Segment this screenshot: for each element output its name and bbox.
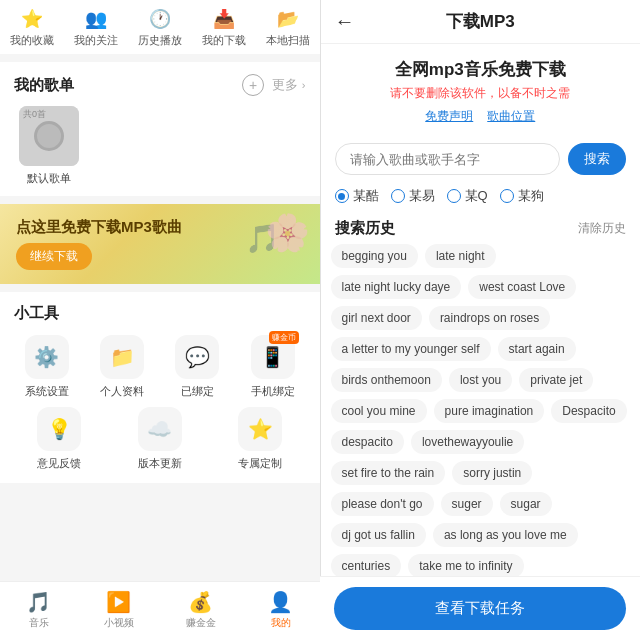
tag-item[interactable]: sugar xyxy=(500,492,552,516)
tag-item[interactable]: raindrops on roses xyxy=(429,306,550,330)
tool-label-bound: 已绑定 xyxy=(181,384,214,399)
radio-mouq[interactable]: 某Q xyxy=(447,187,488,205)
bottom-nav: 🎵 音乐 ▶️ 小视频 💰 赚金金 👤 我的 xyxy=(0,581,320,640)
tool-label-custom: 专属定制 xyxy=(238,456,282,471)
tag-item[interactable]: take me to infinity xyxy=(408,554,523,578)
radio-dot-mougou xyxy=(500,189,514,203)
radio-dot-mouku xyxy=(335,189,349,203)
history-icon: 🕐 xyxy=(149,8,171,30)
bottom-action: 查看下载任务 xyxy=(320,576,640,640)
tag-item[interactable]: set fire to the rain xyxy=(331,461,446,485)
tag-item[interactable]: centuries xyxy=(331,554,402,578)
tag-item[interactable]: west coast Love xyxy=(468,275,576,299)
bottom-nav-video[interactable]: ▶️ 小视频 xyxy=(104,590,134,630)
playlist-cover: 共0首 xyxy=(19,106,79,166)
nav-item-scan[interactable]: 📂 本地扫描 xyxy=(266,8,310,48)
nav-label-download: 我的下载 xyxy=(202,33,246,48)
tool-label-settings: 系统设置 xyxy=(25,384,69,399)
tag-item[interactable]: as long as you love me xyxy=(433,523,578,547)
tag-item[interactable]: cool you mine xyxy=(331,399,427,423)
nav-label-follow: 我的关注 xyxy=(74,33,118,48)
playlist-item-default[interactable]: 共0首 默认歌单 xyxy=(14,106,84,186)
add-playlist-button[interactable]: + xyxy=(242,74,264,96)
search-button[interactable]: 搜索 xyxy=(568,143,626,175)
song-location-link[interactable]: 歌曲位置 xyxy=(487,108,535,125)
clear-history-button[interactable]: 清除历史 xyxy=(578,220,626,237)
download-links: 免费声明 歌曲位置 xyxy=(337,108,625,125)
tools-grid-row1: ⚙️ 系统设置 📁 个人资料 💬 已绑定 📱 赚金币 xyxy=(14,335,306,399)
search-bar: 搜索 xyxy=(321,135,641,183)
cd-icon xyxy=(34,121,64,151)
phone-icon: 📱 xyxy=(260,345,285,369)
view-task-button[interactable]: 查看下载任务 xyxy=(334,587,626,630)
bound-icon: 💬 xyxy=(185,345,210,369)
right-panel: ← 下载MP3 全网mp3音乐免费下载 请不要删除该软件，以备不时之需 免费声明… xyxy=(321,0,641,640)
download-icon: 📥 xyxy=(213,8,235,30)
tag-item[interactable]: start again xyxy=(498,337,576,361)
update-icon: ☁️ xyxy=(147,417,172,441)
tool-bound[interactable]: 💬 已绑定 xyxy=(165,335,230,399)
scan-icon: 📂 xyxy=(277,8,299,30)
settings-icon: ⚙️ xyxy=(34,345,59,369)
tool-label-phone: 手机绑定 xyxy=(251,384,295,399)
radio-dot-mouq xyxy=(447,189,461,203)
free-statement-link[interactable]: 免费声明 xyxy=(425,108,473,125)
tag-item[interactable]: private jet xyxy=(519,368,593,392)
tool-custom[interactable]: ⭐ 专属定制 xyxy=(215,407,306,471)
history-title: 搜索历史 xyxy=(335,219,395,238)
search-input[interactable] xyxy=(335,143,561,175)
tool-profile[interactable]: 📁 个人资料 xyxy=(89,335,154,399)
nav-item-follow[interactable]: 👥 我的关注 xyxy=(74,8,118,48)
radio-mouku[interactable]: 某酷 xyxy=(335,187,379,205)
tag-item[interactable]: sorry justin xyxy=(452,461,532,485)
tool-update[interactable]: ☁️ 版本更新 xyxy=(115,407,206,471)
tool-settings[interactable]: ⚙️ 系统设置 xyxy=(14,335,79,399)
banner-continue-button[interactable]: 继续下载 xyxy=(16,243,92,270)
bottom-nav-mine[interactable]: 👤 我的 xyxy=(268,590,293,630)
earn-nav-icon: 💰 xyxy=(188,590,213,614)
right-header: ← 下载MP3 xyxy=(321,0,641,44)
tag-item[interactable]: despacito xyxy=(331,430,404,454)
flower-deco-icon: 🌸 xyxy=(265,212,310,254)
tool-phone-bind[interactable]: 📱 赚金币 手机绑定 xyxy=(240,335,305,399)
playlist-name: 默认歌单 xyxy=(27,171,71,186)
nav-item-history[interactable]: 🕐 历史播放 xyxy=(138,8,182,48)
more-link[interactable]: 更多 › xyxy=(272,76,305,94)
tag-item[interactable]: suger xyxy=(441,492,493,516)
tag-item[interactable]: lost you xyxy=(449,368,512,392)
radio-mouyi[interactable]: 某易 xyxy=(391,187,435,205)
tag-item[interactable]: a letter to my younger self xyxy=(331,337,491,361)
radio-dot-mouyi xyxy=(391,189,405,203)
mine-nav-icon: 👤 xyxy=(268,590,293,614)
tools-title: 小工具 xyxy=(14,304,306,323)
back-button[interactable]: ← xyxy=(335,10,355,33)
video-nav-icon: ▶️ xyxy=(106,590,131,614)
nav-label-favorites: 我的收藏 xyxy=(10,33,54,48)
nav-label-scan: 本地扫描 xyxy=(266,33,310,48)
tag-item[interactable]: birds onthemoon xyxy=(331,368,442,392)
my-playlist-section: 我的歌单 + 更多 › 共0首 默认歌单 xyxy=(0,62,320,196)
tag-item[interactable]: lovethewayyoulie xyxy=(411,430,524,454)
download-hero: 全网mp3音乐免费下载 请不要删除该软件，以备不时之需 免费声明 歌曲位置 xyxy=(321,44,641,135)
nav-item-download[interactable]: 📥 我的下载 xyxy=(202,8,246,48)
tag-item[interactable]: dj got us fallin xyxy=(331,523,426,547)
tag-item[interactable]: begging you xyxy=(331,244,418,268)
radio-mougou[interactable]: 某狗 xyxy=(500,187,544,205)
tool-label-profile: 个人资料 xyxy=(100,384,144,399)
tool-feedback[interactable]: 💡 意见反馈 xyxy=(14,407,105,471)
tag-item[interactable]: please don't go xyxy=(331,492,434,516)
tag-item[interactable]: pure imagination xyxy=(434,399,545,423)
chevron-right-icon: › xyxy=(302,79,306,91)
bottom-nav-earn[interactable]: 💰 赚金金 xyxy=(186,590,216,630)
download-banner[interactable]: 点这里免费下载MP3歌曲 继续下载 🎵 🌸 xyxy=(0,204,320,284)
tag-item[interactable]: late night lucky daye xyxy=(331,275,462,299)
nav-item-favorites[interactable]: ⭐ 我的收藏 xyxy=(10,8,54,48)
tools-section: 小工具 ⚙️ 系统设置 📁 个人资料 💬 已绑定 xyxy=(0,292,320,483)
tag-item[interactable]: girl next door xyxy=(331,306,422,330)
playlist-actions: + 更多 › xyxy=(242,74,305,96)
tag-item[interactable]: late night xyxy=(425,244,496,268)
tag-item[interactable]: Despacito xyxy=(551,399,626,423)
tool-label-update: 版本更新 xyxy=(138,456,182,471)
music-nav-icon: 🎵 xyxy=(26,590,51,614)
bottom-nav-music[interactable]: 🎵 音乐 xyxy=(26,590,51,630)
